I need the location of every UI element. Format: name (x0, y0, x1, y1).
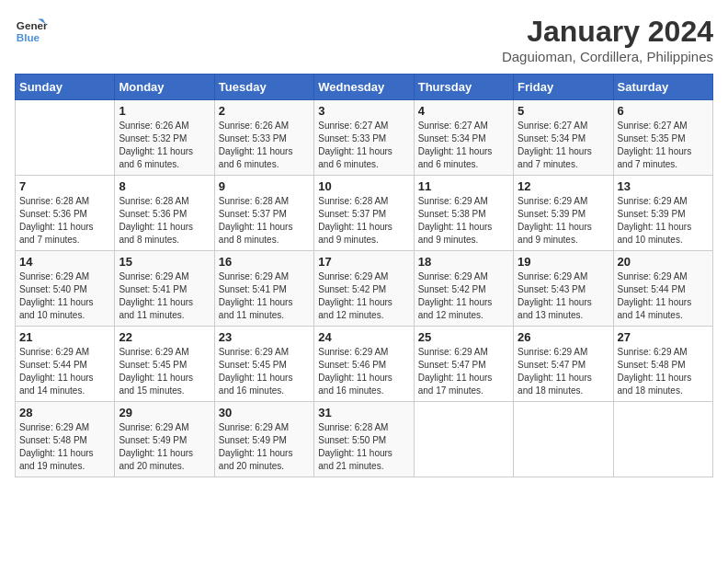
day-cell: 12Sunrise: 6:29 AM Sunset: 5:39 PM Dayli… (514, 176, 613, 251)
day-info: Sunrise: 6:29 AM Sunset: 5:39 PM Dayligh… (518, 195, 609, 247)
day-info: Sunrise: 6:29 AM Sunset: 5:38 PM Dayligh… (418, 195, 509, 247)
day-cell: 24Sunrise: 6:29 AM Sunset: 5:46 PM Dayli… (314, 327, 414, 402)
day-cell: 10Sunrise: 6:28 AM Sunset: 5:37 PM Dayli… (314, 176, 414, 251)
day-cell: 27Sunrise: 6:29 AM Sunset: 5:48 PM Dayli… (613, 327, 712, 402)
title-area: January 2024 Daguioman, Cordillera, Phil… (502, 15, 713, 64)
day-cell: 9Sunrise: 6:28 AM Sunset: 5:37 PM Daylig… (214, 176, 313, 251)
day-info: Sunrise: 6:29 AM Sunset: 5:41 PM Dayligh… (219, 270, 310, 322)
day-cell: 16Sunrise: 6:29 AM Sunset: 5:41 PM Dayli… (214, 251, 313, 327)
day-cell: 20Sunrise: 6:29 AM Sunset: 5:44 PM Dayli… (613, 251, 712, 327)
day-number: 12 (518, 179, 609, 193)
day-info: Sunrise: 6:27 AM Sunset: 5:34 PM Dayligh… (418, 120, 509, 171)
day-info: Sunrise: 6:29 AM Sunset: 5:42 PM Dayligh… (418, 270, 509, 322)
day-info: Sunrise: 6:29 AM Sunset: 5:48 PM Dayligh… (19, 421, 110, 473)
day-cell: 29Sunrise: 6:29 AM Sunset: 5:49 PM Dayli… (115, 402, 214, 477)
day-cell: 11Sunrise: 6:29 AM Sunset: 5:38 PM Dayli… (414, 176, 513, 251)
day-cell: 19Sunrise: 6:29 AM Sunset: 5:43 PM Dayli… (514, 251, 613, 327)
calendar-body: 1Sunrise: 6:26 AM Sunset: 5:32 PM Daylig… (16, 100, 713, 477)
day-info: Sunrise: 6:28 AM Sunset: 5:36 PM Dayligh… (19, 195, 110, 247)
header: General Blue January 2024 Daguioman, Cor… (15, 15, 713, 64)
day-header-friday: Friday (514, 75, 613, 100)
day-cell: 14Sunrise: 6:29 AM Sunset: 5:40 PM Dayli… (16, 251, 115, 327)
day-number: 21 (19, 330, 110, 344)
day-cell (16, 100, 115, 176)
day-cell (613, 402, 712, 477)
day-info: Sunrise: 6:26 AM Sunset: 5:33 PM Dayligh… (219, 120, 310, 171)
day-info: Sunrise: 6:27 AM Sunset: 5:34 PM Dayligh… (518, 120, 609, 171)
day-cell: 6Sunrise: 6:27 AM Sunset: 5:35 PM Daylig… (613, 100, 712, 176)
day-number: 6 (618, 104, 709, 118)
day-header-monday: Monday (115, 75, 214, 100)
day-cell: 3Sunrise: 6:27 AM Sunset: 5:33 PM Daylig… (314, 100, 414, 176)
day-info: Sunrise: 6:27 AM Sunset: 5:33 PM Dayligh… (318, 120, 409, 171)
day-info: Sunrise: 6:28 AM Sunset: 5:37 PM Dayligh… (219, 195, 310, 247)
svg-text:Blue: Blue (17, 31, 40, 43)
day-info: Sunrise: 6:28 AM Sunset: 5:37 PM Dayligh… (318, 195, 409, 247)
day-cell: 22Sunrise: 6:29 AM Sunset: 5:45 PM Dayli… (115, 327, 214, 402)
day-info: Sunrise: 6:29 AM Sunset: 5:41 PM Dayligh… (119, 270, 210, 322)
day-header-sunday: Sunday (16, 75, 115, 100)
logo-icon: General Blue (15, 15, 48, 48)
day-info: Sunrise: 6:29 AM Sunset: 5:45 PM Dayligh… (219, 346, 310, 397)
day-cell: 7Sunrise: 6:28 AM Sunset: 5:36 PM Daylig… (16, 176, 115, 251)
day-info: Sunrise: 6:29 AM Sunset: 5:40 PM Dayligh… (19, 270, 110, 322)
day-cell: 31Sunrise: 6:28 AM Sunset: 5:50 PM Dayli… (314, 402, 414, 477)
day-cell: 15Sunrise: 6:29 AM Sunset: 5:41 PM Dayli… (115, 251, 214, 327)
day-cell: 4Sunrise: 6:27 AM Sunset: 5:34 PM Daylig… (414, 100, 513, 176)
day-number: 20 (618, 255, 709, 269)
day-number: 1 (119, 104, 210, 118)
day-info: Sunrise: 6:28 AM Sunset: 5:50 PM Dayligh… (318, 421, 409, 473)
day-number: 14 (19, 255, 110, 269)
day-info: Sunrise: 6:29 AM Sunset: 5:47 PM Dayligh… (418, 346, 509, 397)
day-cell: 26Sunrise: 6:29 AM Sunset: 5:47 PM Dayli… (514, 327, 613, 402)
day-info: Sunrise: 6:28 AM Sunset: 5:36 PM Dayligh… (119, 195, 210, 247)
week-row-3: 14Sunrise: 6:29 AM Sunset: 5:40 PM Dayli… (16, 251, 713, 327)
day-number: 27 (618, 330, 709, 344)
day-cell: 2Sunrise: 6:26 AM Sunset: 5:33 PM Daylig… (214, 100, 313, 176)
day-number: 13 (618, 179, 709, 193)
day-number: 2 (219, 104, 310, 118)
day-number: 3 (318, 104, 409, 118)
day-number: 5 (518, 104, 609, 118)
day-cell: 23Sunrise: 6:29 AM Sunset: 5:45 PM Dayli… (214, 327, 313, 402)
day-number: 30 (219, 406, 310, 419)
day-cell: 17Sunrise: 6:29 AM Sunset: 5:42 PM Dayli… (314, 251, 414, 327)
day-number: 22 (119, 330, 210, 344)
day-number: 25 (418, 330, 509, 344)
main-title: January 2024 (502, 15, 713, 49)
day-number: 23 (219, 330, 310, 344)
day-cell (514, 402, 613, 477)
day-info: Sunrise: 6:29 AM Sunset: 5:48 PM Dayligh… (618, 346, 709, 397)
day-info: Sunrise: 6:29 AM Sunset: 5:49 PM Dayligh… (119, 421, 210, 473)
day-info: Sunrise: 6:29 AM Sunset: 5:43 PM Dayligh… (518, 270, 609, 322)
day-info: Sunrise: 6:29 AM Sunset: 5:45 PM Dayligh… (119, 346, 210, 397)
day-number: 7 (19, 179, 110, 193)
day-cell: 13Sunrise: 6:29 AM Sunset: 5:39 PM Dayli… (613, 176, 712, 251)
day-info: Sunrise: 6:29 AM Sunset: 5:39 PM Dayligh… (618, 195, 709, 247)
day-number: 9 (219, 179, 310, 193)
day-info: Sunrise: 6:26 AM Sunset: 5:32 PM Dayligh… (119, 120, 210, 171)
day-info: Sunrise: 6:29 AM Sunset: 5:47 PM Dayligh… (518, 346, 609, 397)
day-cell: 25Sunrise: 6:29 AM Sunset: 5:47 PM Dayli… (414, 327, 513, 402)
day-cell (414, 402, 513, 477)
day-number: 16 (219, 255, 310, 269)
week-row-1: 1Sunrise: 6:26 AM Sunset: 5:32 PM Daylig… (16, 100, 713, 176)
day-header-tuesday: Tuesday (214, 75, 313, 100)
day-number: 15 (119, 255, 210, 269)
day-number: 31 (318, 406, 409, 419)
day-number: 19 (518, 255, 609, 269)
day-cell: 5Sunrise: 6:27 AM Sunset: 5:34 PM Daylig… (514, 100, 613, 176)
day-info: Sunrise: 6:27 AM Sunset: 5:35 PM Dayligh… (618, 120, 709, 171)
day-info: Sunrise: 6:29 AM Sunset: 5:44 PM Dayligh… (618, 270, 709, 322)
day-number: 10 (318, 179, 409, 193)
day-cell: 30Sunrise: 6:29 AM Sunset: 5:49 PM Dayli… (214, 402, 313, 477)
day-number: 24 (318, 330, 409, 344)
week-row-5: 28Sunrise: 6:29 AM Sunset: 5:48 PM Dayli… (16, 402, 713, 477)
day-number: 8 (119, 179, 210, 193)
day-cell: 18Sunrise: 6:29 AM Sunset: 5:42 PM Dayli… (414, 251, 513, 327)
week-row-2: 7Sunrise: 6:28 AM Sunset: 5:36 PM Daylig… (16, 176, 713, 251)
day-number: 4 (418, 104, 509, 118)
day-number: 29 (119, 406, 210, 419)
day-number: 18 (418, 255, 509, 269)
day-number: 17 (318, 255, 409, 269)
